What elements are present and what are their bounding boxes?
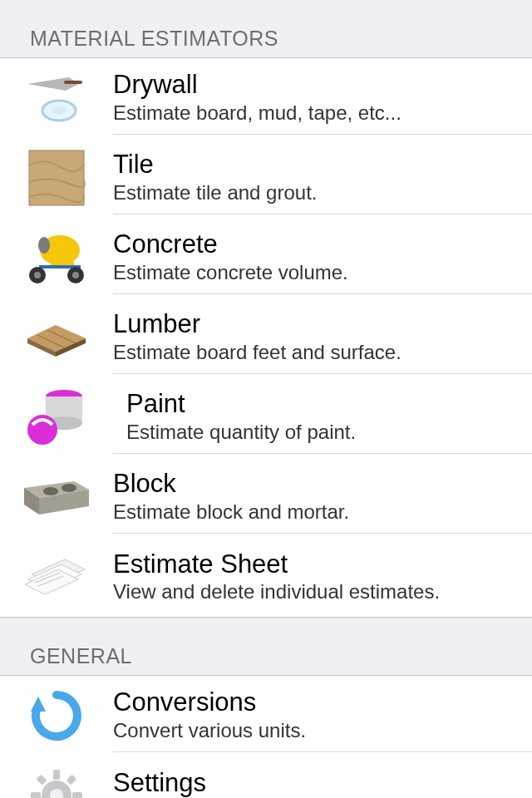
svg-marker-14 — [27, 325, 86, 352]
row-concrete[interactable]: Concrete Estimate concrete volume. — [0, 218, 532, 298]
svg-rect-41 — [66, 775, 77, 786]
svg-rect-1 — [64, 81, 82, 84]
svg-point-13 — [72, 272, 79, 278]
row-title: Tile — [113, 150, 532, 180]
paint-icon — [0, 385, 113, 450]
row-estimate-sheet[interactable]: Estimate Sheet View and delete individua… — [0, 537, 532, 617]
svg-rect-38 — [72, 792, 82, 798]
row-subtitle: View and delete individual estimates. — [113, 579, 532, 604]
row-title: Lumber — [113, 309, 532, 340]
svg-rect-4 — [29, 150, 84, 205]
svg-point-26 — [43, 487, 58, 495]
svg-point-7 — [38, 237, 50, 254]
block-icon — [0, 465, 113, 530]
row-subtitle: Estimate block and mortar. — [113, 500, 532, 525]
svg-rect-39 — [37, 775, 47, 786]
svg-point-11 — [34, 272, 41, 278]
row-tile[interactable]: Tile Estimate tile and grout. — [0, 138, 532, 218]
settings-gear-icon — [0, 763, 113, 798]
row-block[interactable]: Block Estimate block and mortar. — [0, 457, 532, 537]
section-general: Conversions Convert various units. — [0, 675, 532, 798]
row-conversions[interactable]: Conversions Convert various units. — [0, 676, 532, 756]
row-title: Concrete — [113, 229, 532, 260]
svg-point-27 — [62, 484, 76, 492]
row-subtitle: Convert various units. — [113, 718, 532, 743]
row-subtitle: Estimate concrete volume. — [113, 260, 532, 285]
row-paint[interactable]: Paint Estimate quantity of paint. — [0, 377, 532, 457]
lumber-icon — [0, 305, 113, 370]
svg-point-3 — [52, 106, 66, 115]
row-settings[interactable]: Settings App settings. — [0, 756, 532, 798]
tile-icon — [0, 145, 113, 210]
drywall-icon — [0, 66, 113, 131]
section-material: Drywall Estimate board, mud, tape, etc..… — [0, 57, 532, 618]
row-title: Estimate Sheet — [113, 549, 532, 580]
section-header-material: MATERIAL ESTIMATORS — [0, 0, 532, 57]
svg-marker-33 — [31, 697, 46, 712]
row-title: Paint — [126, 389, 532, 420]
row-title: Drywall — [113, 70, 532, 101]
row-drywall[interactable]: Drywall Estimate board, mud, tape, etc..… — [0, 58, 532, 138]
conversions-icon — [0, 683, 113, 748]
svg-rect-35 — [53, 770, 60, 780]
row-subtitle: Estimate board feet and surface. — [113, 340, 532, 365]
row-subtitle: Estimate board, mud, tape, etc... — [113, 101, 532, 126]
row-lumber[interactable]: Lumber Estimate board feet and surface. — [0, 298, 532, 377]
row-title: Settings — [113, 768, 532, 798]
row-subtitle: Estimate quantity of paint. — [126, 420, 532, 445]
svg-rect-37 — [31, 792, 41, 798]
row-subtitle: Estimate tile and grout. — [113, 180, 532, 205]
row-title: Conversions — [113, 687, 532, 718]
estimate-sheet-icon — [0, 544, 113, 609]
concrete-mixer-icon — [0, 225, 113, 290]
row-title: Block — [113, 469, 532, 500]
section-header-general: GENERAL — [0, 618, 532, 675]
